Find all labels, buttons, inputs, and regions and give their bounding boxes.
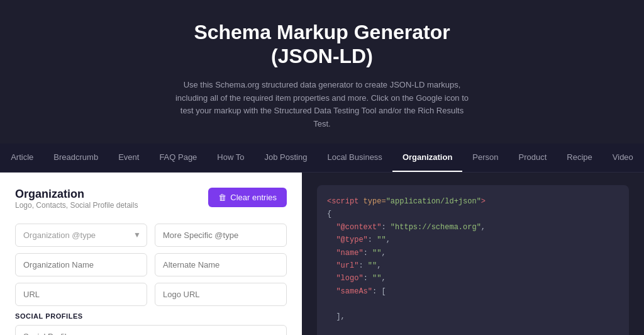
form-subtitle: Logo, Contacts, Social Profile details	[15, 201, 138, 210]
logo-url-input[interactable]	[155, 283, 287, 306]
code-block: <script type="application/ld+json"> { "@…	[317, 185, 629, 335]
nav-item-product[interactable]: Product	[509, 144, 557, 172]
alternate-name-input[interactable]	[155, 253, 287, 276]
clear-entries-button[interactable]: 🗑 Clear entries	[208, 188, 287, 207]
form-title: Organization	[15, 188, 138, 201]
nav-item-recipe[interactable]: Recipe	[557, 144, 602, 172]
url-group	[15, 283, 147, 306]
url-row	[15, 283, 287, 306]
type-select-wrapper: Organization @type ▼	[15, 224, 147, 247]
nav-item-breadcrumb[interactable]: Breadcrumb	[43, 144, 108, 172]
social-row	[15, 325, 287, 335]
type-row: Organization @type ▼	[15, 224, 287, 247]
main-content: Organization Logo, Contacts, Social Prof…	[0, 173, 644, 335]
trash-icon: 🗑	[218, 193, 226, 202]
code-panel: <script type="application/ld+json"> { "@…	[302, 173, 644, 335]
form-header-left: Organization Logo, Contacts, Social Prof…	[15, 188, 138, 220]
social-profile-input[interactable]	[15, 325, 287, 335]
nav-item-event[interactable]: Event	[108, 144, 149, 172]
nav-item-article[interactable]: Article	[1, 144, 43, 172]
name-row	[15, 253, 287, 276]
nav-item-video[interactable]: Video	[602, 144, 643, 172]
alternate-name-group	[155, 253, 287, 276]
hero-section: Schema Markup Generator (JSON-LD) Use th…	[0, 0, 644, 144]
nav-item-job-posting[interactable]: Job Posting	[254, 144, 317, 172]
page-title: Schema Markup Generator (JSON-LD)	[13, 20, 631, 69]
specific-type-input[interactable]	[155, 224, 287, 247]
nav-item-local-business[interactable]: Local Business	[317, 144, 392, 172]
nav-item-organization[interactable]: Organization	[392, 144, 462, 172]
nav-item-person[interactable]: Person	[462, 144, 508, 172]
social-profile-group	[15, 325, 287, 335]
social-profiles-label: SOCIAL PROFILES	[15, 312, 287, 320]
logo-url-group	[155, 283, 287, 306]
organization-type-select[interactable]: Organization @type	[15, 224, 147, 247]
nav-item-faq-page[interactable]: FAQ Page	[149, 144, 207, 172]
nav-bar: Article Breadcrumb Event FAQ Page How To…	[0, 144, 644, 173]
specific-type-group	[155, 224, 287, 247]
nav-item-how-to[interactable]: How To	[207, 144, 254, 172]
hero-description: Use this Schema.org structured data gene…	[171, 79, 473, 131]
organization-name-input[interactable]	[15, 253, 147, 276]
org-name-group	[15, 253, 147, 276]
form-panel: Organization Logo, Contacts, Social Prof…	[0, 173, 302, 335]
url-input[interactable]	[15, 283, 147, 306]
form-header: Organization Logo, Contacts, Social Prof…	[15, 188, 287, 220]
script-open-tag: <script	[327, 197, 364, 206]
